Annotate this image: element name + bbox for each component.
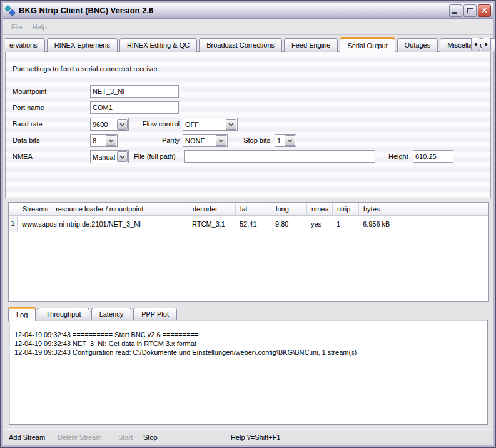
- data-bits-select[interactable]: 8: [90, 134, 118, 147]
- header-lat: lat: [235, 203, 271, 215]
- titlebar: BKG Ntrip Client (BNC) Version 2.6 ✕: [3, 3, 493, 19]
- row-number: 1: [9, 216, 18, 232]
- streams-table-header: Streams: resource loader / mountpoint de…: [9, 203, 488, 216]
- menu-help[interactable]: Help: [28, 21, 52, 33]
- height-label: Height: [388, 153, 408, 160]
- stop-button[interactable]: Stop: [143, 434, 158, 441]
- header-bytes: bytes: [358, 203, 488, 215]
- parity-label: Parity: [129, 136, 180, 144]
- main-tabbar: ervations RINEX Ephemeris RINEX Editing …: [5, 36, 491, 52]
- header-decoder: decoder: [188, 203, 235, 215]
- tab-observations[interactable]: ervations: [5, 38, 45, 52]
- header-rownum: [9, 203, 18, 215]
- log-line: 12-04-19 09:32:43 ========== Start BNC v…: [14, 330, 482, 339]
- chevron-down-icon[interactable]: [106, 135, 116, 146]
- cell-ntrip: 1: [332, 220, 358, 228]
- mountpoint-input[interactable]: [90, 85, 179, 98]
- minimize-icon: [452, 12, 457, 14]
- tab-rinex-editing-qc[interactable]: RINEX Editing & QC: [119, 38, 197, 52]
- tab-throughput[interactable]: Throughput: [38, 308, 89, 320]
- pane-description: Port settings to feed a serial connected…: [13, 65, 159, 73]
- tab-ppp-plot[interactable]: PPP Plot: [133, 308, 177, 320]
- nmea-select[interactable]: Manual: [90, 150, 129, 163]
- chevron-down-icon[interactable]: [117, 119, 128, 130]
- log-line: 12-04-19 09:32:43 Configuration read: C:…: [14, 348, 482, 357]
- maximize-icon: [467, 8, 473, 13]
- file-path-label: File (full path): [134, 153, 176, 160]
- help-shortcut-label: Help ?=Shift+F1: [231, 434, 281, 441]
- tab-scroll-left-button[interactable]: [471, 38, 480, 51]
- header-long: long: [271, 203, 306, 215]
- chevron-down-icon[interactable]: [216, 135, 226, 146]
- tab-serial-output[interactable]: Serial Output: [340, 37, 395, 53]
- header-nmea: nmea: [306, 203, 332, 215]
- tab-latency[interactable]: Latency: [91, 308, 132, 320]
- bottom-toolbar: Add Stream Delete Stream Start Stop Help…: [3, 429, 493, 445]
- stop-bits-label: Stop bits: [235, 136, 270, 144]
- tab-scroll-right-button[interactable]: [482, 38, 491, 51]
- stop-bits-select[interactable]: 1: [275, 134, 296, 147]
- menubar: File Help: [3, 19, 493, 35]
- start-button[interactable]: Start: [118, 434, 133, 441]
- tab-feed-engine[interactable]: Feed Engine: [284, 38, 338, 52]
- minimize-button[interactable]: [449, 4, 462, 17]
- file-path-input[interactable]: [184, 150, 375, 163]
- arrow-left-icon: [474, 42, 477, 47]
- app-icon: [5, 5, 16, 16]
- height-input[interactable]: [413, 150, 453, 163]
- port-name-label: Port name: [13, 104, 44, 111]
- chevron-down-icon[interactable]: [285, 135, 295, 146]
- header-ntrip: ntrip: [332, 203, 358, 215]
- flow-control-select[interactable]: OFF: [183, 118, 238, 131]
- cell-long: 9.80: [271, 220, 306, 228]
- maximize-button[interactable]: [463, 4, 477, 17]
- add-stream-button[interactable]: Add Stream: [9, 434, 45, 441]
- cell-decoder: RTCM_3.1: [188, 220, 235, 228]
- baud-rate-label: Baud rate: [13, 120, 43, 128]
- mountpoint-label: Mountpoint: [13, 88, 46, 95]
- tab-rinex-ephemeris[interactable]: RINEX Ephemeris: [47, 38, 118, 52]
- parity-select[interactable]: NONE: [183, 134, 228, 147]
- chevron-down-icon[interactable]: [226, 119, 236, 130]
- arrow-right-icon: [485, 42, 488, 47]
- close-icon: ✕: [481, 7, 487, 14]
- cell-lat: 52.41: [235, 220, 271, 228]
- chevron-down-icon[interactable]: [117, 151, 128, 162]
- header-mountpoint: Streams: resource loader / mountpoint: [18, 203, 188, 215]
- tab-log[interactable]: Log: [8, 307, 36, 321]
- nmea-label: NMEA: [13, 153, 33, 160]
- data-bits-label: Data bits: [13, 136, 39, 144]
- port-name-input[interactable]: [90, 101, 179, 114]
- close-button[interactable]: ✕: [478, 4, 491, 17]
- streams-table: Streams: resource loader / mountpoint de…: [8, 202, 489, 302]
- tab-outages[interactable]: Outages: [397, 38, 438, 52]
- table-row[interactable]: 1 www.sapos-ni-ntrip.de:2101/NET_3_NI RT…: [9, 216, 488, 232]
- log-line: 12-04-19 09:32:43 NET_3_NI: Get data in …: [14, 339, 482, 348]
- window-title: BKG Ntrip Client (BNC) Version 2.6: [19, 6, 449, 15]
- bottom-tabbar: Log Throughput Latency PPP Plot: [8, 306, 179, 320]
- cell-mountpoint: www.sapos-ni-ntrip.de:2101/NET_3_NI: [18, 220, 188, 228]
- flow-control-label: Flow control: [129, 120, 180, 128]
- app-window: BKG Ntrip Client (BNC) Version 2.6 ✕ Fil…: [0, 0, 496, 448]
- baud-rate-select[interactable]: 9600: [90, 118, 129, 131]
- delete-stream-button[interactable]: Delete Stream: [58, 434, 101, 441]
- serial-output-pane: Port settings to feed a serial connected…: [5, 51, 491, 198]
- menu-file[interactable]: File: [6, 21, 28, 33]
- cell-nmea: yes: [306, 220, 332, 228]
- tab-broadcast-corrections[interactable]: Broadcast Corrections: [199, 38, 282, 52]
- log-output[interactable]: 12-04-19 09:32:43 ========== Start BNC v…: [9, 320, 488, 425]
- cell-bytes: 6.956 kB: [358, 220, 488, 228]
